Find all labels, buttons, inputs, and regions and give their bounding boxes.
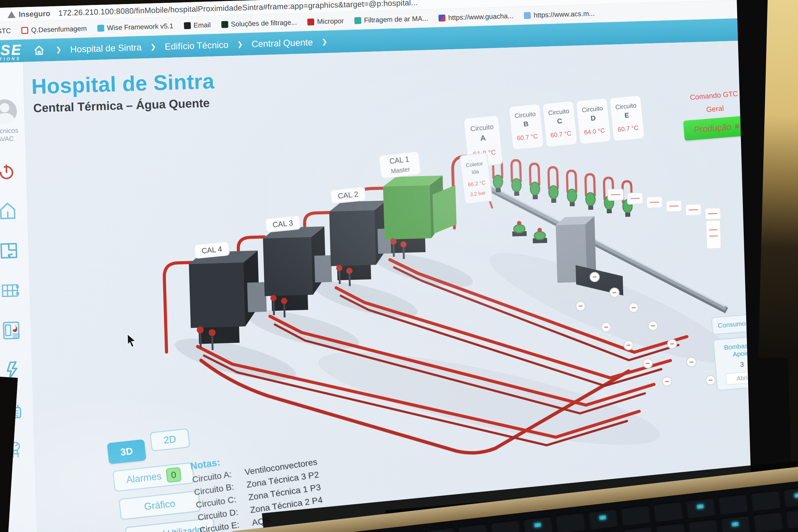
circuit-card-b[interactable]: Circuito B 60.7 °C xyxy=(509,103,544,150)
home-nav-icon[interactable] xyxy=(0,201,18,221)
svg-text:C: C xyxy=(557,117,562,125)
floorplan-icon[interactable] xyxy=(0,241,19,261)
svg-text:B: B xyxy=(523,120,529,128)
bookmark-acs[interactable]: https://www.acs.m... xyxy=(524,10,595,20)
bookmark-wise-framework[interactable]: Wise Framework v5.1 xyxy=(97,22,173,32)
chevron-right-icon: ❯ xyxy=(321,38,327,46)
screen: Inseguro 172.26.210.100:8080/finMobile/h… xyxy=(0,0,774,532)
bookmark-icon xyxy=(21,27,29,34)
main-content: TécnicosAVAC xyxy=(0,41,756,532)
plant-3d-diagram[interactable]: Circuito A 61.8 °C Circuito B 60.7 °C Ci… xyxy=(59,86,740,473)
mini-label-cards xyxy=(608,186,722,252)
boiler-cal4[interactable] xyxy=(189,250,268,350)
label-cal2: CAL 2 xyxy=(330,187,366,204)
wise-logo: WISESOLUTIONS xyxy=(0,41,22,62)
alarm-count-badge: 0 xyxy=(166,467,182,483)
photo-of-laptop: Inseguro 172.26.210.100:8080/finMobile/h… xyxy=(0,0,798,532)
security-label: Inseguro xyxy=(18,9,50,19)
bookmark-email[interactable]: Email xyxy=(184,21,211,30)
bookmark-desenfumagem[interactable]: Q.Desenfumagem xyxy=(21,24,87,34)
bookmark-icon xyxy=(97,25,104,32)
bookmark-icon xyxy=(524,12,531,19)
avatar[interactable] xyxy=(0,99,17,124)
breadcrumb-central-quente[interactable]: Central Quente xyxy=(251,37,313,49)
chevron-right-icon: ❯ xyxy=(56,45,62,54)
svg-text:Ida: Ida xyxy=(471,169,479,175)
warning-icon xyxy=(7,11,16,18)
bookmark-icon xyxy=(439,14,446,21)
svg-text:D: D xyxy=(590,114,596,122)
boiler-cal1-master[interactable] xyxy=(383,175,458,260)
page-title: Hospital de Sintra xyxy=(31,69,215,98)
home-icon[interactable] xyxy=(33,44,45,57)
breadcrumb-hospital[interactable]: Hospital de Sintra xyxy=(70,42,142,55)
bookmark-solucoes[interactable]: Soluções de filtrage... xyxy=(221,18,297,28)
bookmark-icon xyxy=(307,18,315,25)
coletor-card[interactable]: Coletor Ida 66.2 °C 3.2 bar xyxy=(459,153,492,204)
breadcrumb-edificio[interactable]: Edifício Técnico xyxy=(165,40,228,52)
boiler-report-icon[interactable] xyxy=(1,320,21,341)
laptop: Inseguro 172.26.210.100:8080/finMobile/h… xyxy=(0,0,774,532)
security-indicator[interactable]: Inseguro xyxy=(7,9,50,19)
chevron-right-icon: ❯ xyxy=(237,40,243,49)
bookmark-guacha[interactable]: https://www.guacha... xyxy=(439,12,514,22)
bookmark-icon xyxy=(355,17,362,24)
chevron-right-icon: ❯ xyxy=(150,43,156,51)
bookmark-micropor[interactable]: Micropor xyxy=(307,17,344,26)
svg-text:A: A xyxy=(480,133,486,142)
mouse-cursor xyxy=(126,333,139,347)
bookmark-icon xyxy=(221,21,228,28)
menu-icon: ≡ xyxy=(735,122,740,131)
floor-pumps xyxy=(512,220,547,244)
power-icon[interactable] xyxy=(0,163,16,182)
manifold-pumps xyxy=(493,153,632,221)
boiler-cal3[interactable] xyxy=(263,226,333,318)
svg-text:E: E xyxy=(624,111,629,119)
user-name: TécnicosAVAC xyxy=(0,126,19,143)
bookmark-gtc[interactable]: GTC xyxy=(0,27,11,36)
ahu-grid-icon[interactable] xyxy=(0,281,20,301)
circuit-card-c[interactable]: Circuito C 60.7 °C xyxy=(542,101,577,147)
view-3d-button[interactable]: 3D xyxy=(107,439,147,464)
circuit-card-e[interactable]: Circuito E 60.7 °C xyxy=(609,95,645,141)
bookmark-icon xyxy=(184,22,191,29)
grafico-button[interactable]: Gráfico xyxy=(118,490,201,520)
circuit-card-d[interactable]: Circuito D 64.0 °C xyxy=(576,98,611,144)
label-cal1-master: CAL 1 Master xyxy=(379,151,421,178)
bookmark-filtragem[interactable]: Filtragem de ar MA... xyxy=(354,14,428,25)
